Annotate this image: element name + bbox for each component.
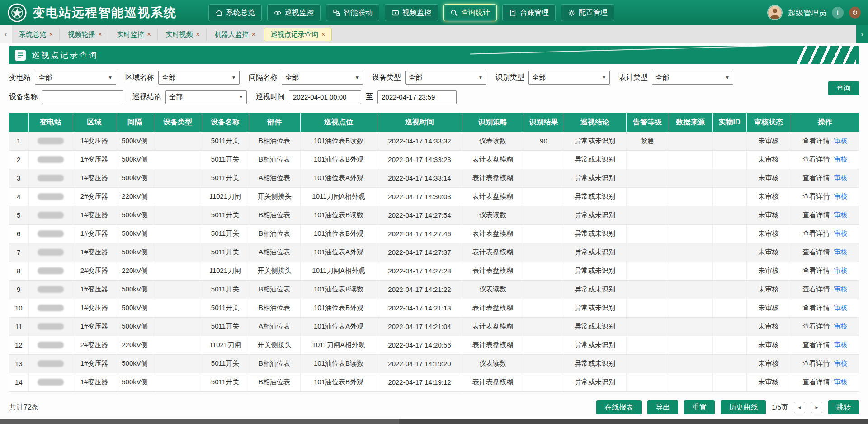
- cell-time: 2022-04-17 14:21:13: [377, 299, 462, 317]
- view-detail-link[interactable]: 查看详情: [802, 378, 830, 386]
- select-value: 全部: [532, 73, 546, 82]
- view-detail-link[interactable]: 查看详情: [802, 174, 830, 181]
- close-icon[interactable]: ×: [196, 31, 200, 38]
- cell-point: 101油位表B读数: [300, 132, 377, 150]
- tab-system-overview[interactable]: 系统总览×: [13, 28, 60, 41]
- tab-label: 系统总览: [19, 30, 46, 39]
- audit-link[interactable]: 审核: [834, 378, 847, 386]
- nav-item-config[interactable]: 配置管理: [561, 4, 614, 21]
- view-detail-link[interactable]: 查看详情: [802, 137, 830, 144]
- audit-link[interactable]: 审核: [834, 229, 847, 237]
- cell-area: 1#变压器: [73, 354, 116, 373]
- view-detail-link[interactable]: 查看详情: [802, 155, 830, 163]
- tab-realtime-monitor[interactable]: 实时监控×: [110, 28, 157, 41]
- nav-item-overview[interactable]: 系统总览: [208, 4, 262, 21]
- table-wrapper: 变电站 区域 间隔 设备类型 设备名称 部件 巡视点位 巡视时间 识别策略 识别…: [9, 113, 859, 396]
- cell-point: 101油位表B读数: [300, 206, 377, 224]
- cell-strategy: 表计表盘模糊: [462, 299, 524, 317]
- cell-device-type: [154, 243, 202, 262]
- time-from-input[interactable]: [289, 90, 361, 104]
- audit-link[interactable]: 审核: [834, 211, 847, 219]
- device-type-select[interactable]: 全部▼: [405, 71, 486, 85]
- area-select[interactable]: 全部▼: [158, 71, 240, 85]
- tab-scroll-left-icon[interactable]: ‹: [0, 25, 12, 43]
- select-value: 全部: [38, 73, 52, 82]
- nav-item-video-monitor[interactable]: 视频监控: [385, 4, 438, 21]
- prev-page-button[interactable]: ◂: [794, 402, 805, 413]
- cell-audit-status: 未审核: [746, 299, 791, 317]
- online-report-button[interactable]: 在线报表: [596, 400, 642, 414]
- user-avatar[interactable]: [767, 5, 783, 20]
- nav-item-query-stats[interactable]: 查询统计: [443, 4, 497, 21]
- close-icon[interactable]: ×: [252, 31, 255, 38]
- cell-time: 2022-04-17 14:27:28: [377, 262, 462, 280]
- view-detail-link[interactable]: 查看详情: [802, 248, 830, 256]
- audit-link[interactable]: 审核: [834, 174, 847, 181]
- audit-link[interactable]: 审核: [834, 155, 847, 163]
- audit-link[interactable]: 审核: [834, 341, 847, 348]
- cell-alarm-level: [626, 373, 669, 391]
- close-icon[interactable]: ×: [321, 31, 325, 38]
- scrollbar-thumb[interactable]: [0, 419, 399, 424]
- horizontal-scrollbar[interactable]: [0, 419, 868, 424]
- export-button[interactable]: 导出: [647, 400, 678, 414]
- filter-label: 巡视结论: [132, 92, 161, 102]
- device-name-input[interactable]: [42, 90, 123, 104]
- conclusion-select[interactable]: 全部▼: [165, 90, 247, 104]
- power-icon[interactable]: [849, 7, 861, 19]
- station-select[interactable]: 全部▼: [35, 71, 116, 85]
- audit-link[interactable]: 审核: [834, 137, 847, 144]
- audit-link[interactable]: 审核: [834, 322, 847, 330]
- view-detail-link[interactable]: 查看详情: [802, 267, 830, 274]
- audit-link[interactable]: 审核: [834, 192, 847, 200]
- meter-type-select[interactable]: 全部▼: [652, 71, 733, 85]
- audit-link[interactable]: 审核: [834, 285, 847, 293]
- next-page-button[interactable]: ▸: [811, 402, 822, 413]
- cell-device-name: 5011开关: [202, 299, 249, 317]
- bay-select[interactable]: 全部▼: [282, 71, 363, 85]
- cell-device-name: 5011开关: [202, 354, 249, 373]
- close-icon[interactable]: ×: [147, 31, 151, 38]
- cell-conclusion: 异常或未识别: [564, 243, 626, 262]
- close-icon[interactable]: ×: [49, 31, 53, 38]
- view-detail-link[interactable]: 查看详情: [802, 211, 830, 219]
- col-actions: 操作: [791, 113, 859, 132]
- view-detail-link[interactable]: 查看详情: [802, 285, 830, 293]
- cell-actions: 查看详情审核: [791, 150, 859, 169]
- recognition-type-select[interactable]: 全部▼: [528, 71, 610, 85]
- query-button[interactable]: 查询: [828, 81, 859, 95]
- view-detail-link[interactable]: 查看详情: [802, 304, 830, 311]
- audit-link[interactable]: 审核: [834, 267, 847, 274]
- cell-area: 1#变压器: [73, 132, 116, 150]
- tab-video-carousel[interactable]: 视频轮播×: [61, 28, 108, 41]
- tab-robot-monitor[interactable]: 机器人监控×: [208, 28, 262, 41]
- nav-item-ledger[interactable]: 台账管理: [502, 4, 556, 21]
- close-icon[interactable]: ×: [98, 31, 102, 38]
- tab-patrol-record-query[interactable]: 巡视点记录查询×: [264, 28, 332, 41]
- view-detail-link[interactable]: 查看详情: [802, 322, 830, 330]
- time-to-input[interactable]: [377, 90, 457, 104]
- filter-label: 巡视时间: [256, 92, 285, 102]
- cell-alarm-level: [626, 299, 669, 317]
- cell-data-source: [669, 336, 712, 354]
- view-detail-link[interactable]: 查看详情: [802, 359, 830, 367]
- view-detail-link[interactable]: 查看详情: [802, 341, 830, 348]
- view-detail-link[interactable]: 查看详情: [802, 192, 830, 200]
- table-row: 51#变压器500kV侧5011开关B相油位表101油位表B读数2022-04-…: [9, 206, 859, 224]
- view-detail-link[interactable]: 查看详情: [802, 229, 830, 237]
- cell-result: [524, 299, 564, 317]
- cell-data-source: [669, 224, 712, 243]
- audit-link[interactable]: 审核: [834, 304, 847, 311]
- jump-button[interactable]: 跳转: [828, 400, 859, 414]
- cell-physical-id: [712, 299, 746, 317]
- tab-realtime-video[interactable]: 实时视频×: [160, 28, 207, 41]
- reset-button[interactable]: 重置: [684, 400, 715, 414]
- info-icon[interactable]: i: [832, 7, 844, 19]
- nav-item-patrol-monitor[interactable]: 巡视监控: [267, 4, 321, 21]
- tab-scroll-right-icon[interactable]: ›: [856, 25, 868, 43]
- nav-item-smart-linkage[interactable]: 智能联动: [326, 4, 379, 21]
- audit-link[interactable]: 审核: [834, 248, 847, 256]
- history-curve-button[interactable]: 历史曲线: [721, 400, 766, 414]
- audit-link[interactable]: 审核: [834, 359, 847, 367]
- cell-strategy: 表计表盘模糊: [462, 243, 524, 262]
